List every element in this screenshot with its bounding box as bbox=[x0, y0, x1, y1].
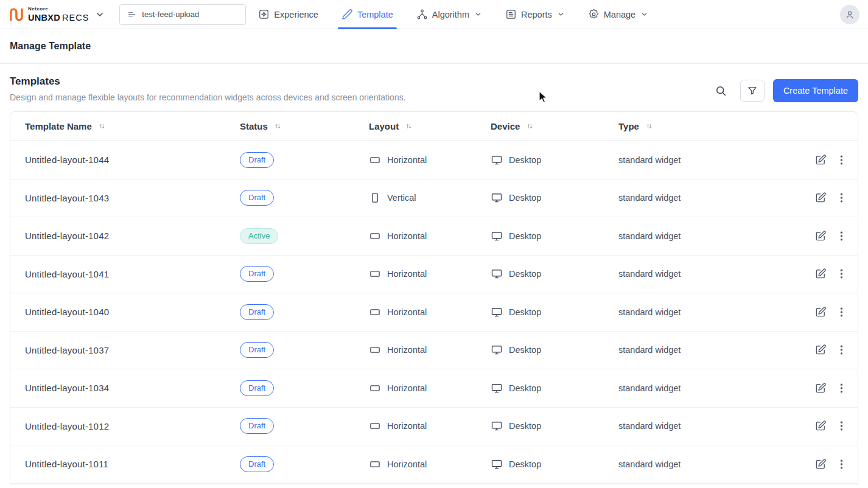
table-row[interactable]: Untitled-layout-1040 Draft Horizontal De… bbox=[10, 293, 858, 332]
kebab-icon bbox=[840, 306, 843, 318]
layout-cell: Horizontal bbox=[369, 268, 491, 280]
table-row[interactable]: Untitled-layout-1044 Draft Horizontal De… bbox=[10, 141, 858, 180]
status-cell: Draft bbox=[240, 380, 369, 396]
kebab-menu-button[interactable] bbox=[840, 192, 843, 204]
template-name: Untitled-layout-1044 bbox=[25, 155, 240, 165]
experience-icon bbox=[258, 9, 270, 20]
layout-vertical-icon bbox=[369, 192, 381, 204]
template-icon bbox=[341, 9, 353, 20]
table-header: Template Name Status Layout Device Type bbox=[10, 112, 858, 141]
sort-icon[interactable] bbox=[273, 122, 282, 131]
nav-item-experience[interactable]: Experience bbox=[258, 0, 318, 29]
template-name: Untitled-layout-1037 bbox=[25, 345, 240, 355]
kebab-menu-button[interactable] bbox=[840, 268, 843, 280]
person-icon bbox=[844, 9, 855, 20]
device-cell: Desktop bbox=[491, 458, 618, 470]
layout-horizontal-icon bbox=[369, 344, 381, 356]
edit-button[interactable] bbox=[814, 230, 827, 242]
filter-icon bbox=[747, 85, 758, 96]
type-cell: standard widget bbox=[618, 193, 782, 203]
section-title: Templates bbox=[10, 75, 406, 88]
sort-icon[interactable] bbox=[525, 122, 534, 131]
kebab-menu-button[interactable] bbox=[840, 382, 843, 394]
row-actions bbox=[782, 420, 843, 432]
edit-icon bbox=[814, 382, 827, 394]
table-row[interactable]: Untitled-layout-1041 Draft Horizontal De… bbox=[10, 256, 858, 294]
user-avatar[interactable] bbox=[840, 5, 859, 24]
feed-list-icon bbox=[127, 10, 136, 19]
col-label: Layout bbox=[369, 121, 399, 131]
kebab-icon bbox=[840, 458, 843, 470]
layout-cell: Horizontal bbox=[369, 230, 491, 242]
kebab-menu-button[interactable] bbox=[840, 154, 843, 166]
manage-gear-icon bbox=[588, 9, 600, 20]
nav-item-reports[interactable]: Reports bbox=[505, 0, 565, 29]
sort-icon[interactable] bbox=[404, 122, 413, 131]
reports-icon bbox=[505, 9, 517, 20]
layout-label: Horizontal bbox=[387, 307, 427, 317]
table-row[interactable]: Untitled-layout-1037 Draft Horizontal De… bbox=[10, 332, 858, 370]
table-row[interactable]: Untitled-layout-1043 Draft Vertical Desk… bbox=[10, 180, 858, 218]
nav-item-algorithm[interactable]: Algorithm bbox=[416, 0, 482, 29]
status-badge: Draft bbox=[240, 456, 274, 472]
desktop-icon bbox=[491, 420, 503, 432]
kebab-icon bbox=[840, 344, 843, 356]
type-cell: standard widget bbox=[618, 383, 782, 393]
row-actions bbox=[782, 230, 843, 242]
status-cell: Draft bbox=[240, 342, 369, 358]
search-button[interactable] bbox=[710, 80, 732, 102]
sort-icon[interactable] bbox=[97, 122, 107, 131]
device-label: Desktop bbox=[509, 459, 541, 469]
row-actions bbox=[782, 268, 843, 280]
col-template-name: Template Name bbox=[25, 121, 240, 131]
table-row[interactable]: Untitled-layout-1011 Draft Horizontal De… bbox=[10, 445, 858, 484]
device-cell: Desktop bbox=[491, 154, 618, 166]
kebab-menu-button[interactable] bbox=[840, 306, 843, 318]
layout-horizontal-icon bbox=[369, 458, 381, 470]
edit-icon bbox=[814, 192, 827, 204]
col-layout: Layout bbox=[369, 121, 491, 131]
edit-button[interactable] bbox=[814, 458, 827, 470]
layout-label: Horizontal bbox=[387, 459, 427, 469]
table-row[interactable]: Untitled-layout-1034 Draft Horizontal De… bbox=[10, 369, 858, 408]
kebab-menu-button[interactable] bbox=[840, 230, 843, 242]
main-nav: Experience Template Algorithm Reports Ma… bbox=[258, 0, 648, 29]
kebab-menu-button[interactable] bbox=[840, 344, 843, 356]
edit-button[interactable] bbox=[814, 192, 827, 204]
device-label: Desktop bbox=[509, 345, 541, 355]
algorithm-icon bbox=[416, 9, 428, 20]
chevron-down-icon bbox=[474, 10, 482, 18]
type-cell: standard widget bbox=[618, 459, 782, 469]
edit-button[interactable] bbox=[814, 420, 827, 432]
status-badge: Draft bbox=[240, 304, 274, 320]
edit-button[interactable] bbox=[814, 268, 827, 280]
row-actions bbox=[782, 306, 843, 318]
kebab-menu-button[interactable] bbox=[840, 458, 843, 470]
device-label: Desktop bbox=[509, 193, 541, 203]
edit-button[interactable] bbox=[814, 154, 827, 166]
device-label: Desktop bbox=[509, 307, 541, 317]
edit-button[interactable] bbox=[814, 344, 827, 356]
desktop-icon bbox=[491, 192, 503, 204]
feed-selector[interactable]: test-feed-upload bbox=[119, 4, 246, 25]
nav-item-template[interactable]: Template bbox=[341, 0, 393, 29]
topbar: Netcore UNBXDRECS test-feed-upload Exper… bbox=[0, 0, 868, 29]
section-subtitle: Design and manage flexible layouts for r… bbox=[10, 92, 406, 102]
filter-button[interactable] bbox=[740, 80, 765, 102]
template-name: Untitled-layout-1041 bbox=[25, 269, 240, 279]
status-cell: Draft bbox=[240, 152, 369, 168]
kebab-menu-button[interactable] bbox=[840, 420, 843, 432]
device-cell: Desktop bbox=[491, 192, 618, 204]
sort-icon[interactable] bbox=[645, 122, 654, 131]
brand[interactable]: Netcore UNBXDRECS bbox=[9, 7, 105, 23]
edit-button[interactable] bbox=[814, 306, 827, 318]
create-template-button[interactable]: Create Template bbox=[773, 79, 858, 102]
layout-horizontal-icon bbox=[369, 268, 381, 280]
section-head: Templates Design and manage flexible lay… bbox=[0, 64, 868, 111]
table-row[interactable]: Untitled-layout-1012 Draft Horizontal De… bbox=[10, 408, 858, 446]
nav-item-manage[interactable]: Manage bbox=[588, 0, 648, 29]
edit-button[interactable] bbox=[814, 382, 827, 394]
table-row[interactable]: Untitled-layout-1042 Active Horizontal D… bbox=[10, 217, 858, 256]
desktop-icon bbox=[491, 344, 503, 356]
desktop-icon bbox=[491, 154, 503, 166]
